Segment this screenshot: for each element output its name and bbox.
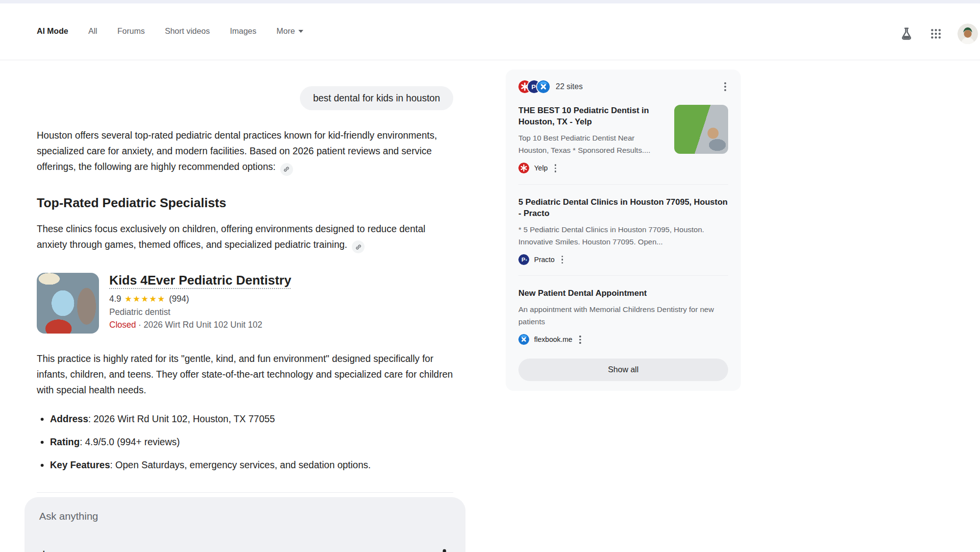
add-attachment-icon[interactable]: + <box>39 548 49 552</box>
tab-images[interactable]: Images <box>230 26 256 36</box>
svg-text:P: P <box>521 257 525 263</box>
header-actions <box>899 24 978 44</box>
sites-count-label: 22 sites <box>556 82 583 91</box>
tab-forums[interactable]: Forums <box>118 26 145 36</box>
citation-link-icon[interactable] <box>280 163 293 176</box>
show-all-button[interactable]: Show all <box>518 359 728 381</box>
card-more-options-icon[interactable] <box>553 162 559 174</box>
tab-all[interactable]: All <box>88 26 97 36</box>
citation-link-icon[interactable] <box>352 240 365 253</box>
source-site-name: Practo <box>534 256 555 264</box>
user-query-bubble[interactable]: best dental for kids in houston <box>300 86 453 110</box>
source-title[interactable]: THE BEST 10 Pediatric Dentist in Houston… <box>518 105 666 127</box>
place-status-row: Closed · 2026 Wirt Rd Unit 102 Unit 102 <box>109 320 291 330</box>
bullet-text: : 4.9/5.0 (994+ reviews) <box>80 436 180 447</box>
card-divider <box>518 275 728 276</box>
tab-more-label: More <box>276 26 295 36</box>
tab-more[interactable]: More <box>276 26 303 36</box>
source-thumbnail[interactable] <box>674 105 728 154</box>
google-apps-grid-icon[interactable] <box>928 26 944 42</box>
sources-panel: P 22 sites THE BEST 10 Pediatric Dentist… <box>506 70 741 391</box>
answer-intro-text: Houston offers several top-rated pediatr… <box>37 130 437 172</box>
place-category: Pediatric dentist <box>109 307 291 317</box>
flexbook-favicon-icon <box>537 80 550 93</box>
chevron-down-icon <box>298 30 303 33</box>
section-intro-paragraph: These clinics focus exclusively on child… <box>37 221 453 254</box>
source-title[interactable]: New Patient Dental Appointment <box>518 288 728 299</box>
bullet-label: Rating <box>50 436 80 447</box>
place-description-paragraph: This practice is highly rated for its "g… <box>37 351 453 398</box>
browser-top-strip <box>0 0 980 3</box>
yelp-favicon-icon <box>518 163 529 173</box>
ai-answer-column: best dental for kids in houston Houston … <box>37 60 453 552</box>
source-snippet: Top 10 Best Pediatric Dentist Near Houst… <box>518 132 666 156</box>
review-count: (994) <box>169 294 189 304</box>
source-snippet: * 5 Pediatric Dental Clinics in Houston … <box>518 223 728 248</box>
place-feature-list: Address: 2026 Wirt Rd Unit 102, Houston,… <box>37 411 453 473</box>
section-intro-text: These clinics focus exclusively on child… <box>37 223 425 250</box>
practo-favicon-icon: P <box>518 254 529 265</box>
source-attribution-row: P Practo <box>518 254 728 266</box>
source-attribution-row: Yelp <box>518 162 728 174</box>
place-info: Kids 4Ever Pediatric Dentistry 4.9 ★★★★★… <box>109 273 291 334</box>
source-site-name: Yelp <box>534 164 548 172</box>
panel-more-options-icon[interactable] <box>722 80 728 93</box>
status-badge: Closed <box>109 320 136 330</box>
composer-toolbar: + <box>39 548 451 552</box>
place-card: Kids 4Ever Pediatric Dentistry 4.9 ★★★★★… <box>37 273 453 334</box>
bullet-label: Address <box>50 413 88 424</box>
source-favicon-stack: P <box>518 80 550 93</box>
section-heading: Top-Rated Pediatric Specialists <box>37 195 453 211</box>
list-item: Rating: 4.9/5.0 (994+ reviews) <box>50 434 453 450</box>
source-snippet: An appointment with Memorial Childrens D… <box>518 303 728 328</box>
place-name-link[interactable]: Kids 4Ever Pediatric Dentistry <box>109 273 291 288</box>
content-divider <box>37 492 453 493</box>
user-query-row: best dental for kids in houston <box>37 86 453 110</box>
rating-value: 4.9 <box>109 294 121 304</box>
microphone-icon[interactable] <box>438 548 451 552</box>
ask-anything-placeholder: Ask anything <box>39 510 98 522</box>
labs-flask-icon[interactable] <box>899 26 914 42</box>
source-card-practo[interactable]: 5 Pediatric Dental Clinics in Houston 77… <box>518 196 728 266</box>
profile-avatar[interactable] <box>957 24 978 44</box>
place-photo[interactable] <box>37 273 99 334</box>
place-rating-row: 4.9 ★★★★★ (994) <box>109 294 291 304</box>
place-address: 2026 Wirt Rd Unit 102 Unit 102 <box>144 320 262 330</box>
flexbook-favicon-icon <box>518 334 529 345</box>
svg-text:P: P <box>531 83 536 91</box>
source-site-name: flexbook.me <box>534 336 572 343</box>
bullet-text: : 2026 Wirt Rd Unit 102, Houston, TX 770… <box>88 413 275 424</box>
card-more-options-icon[interactable] <box>560 254 565 266</box>
source-title[interactable]: 5 Pediatric Dental Clinics in Houston 77… <box>518 196 728 219</box>
source-card-yelp[interactable]: THE BEST 10 Pediatric Dentist in Houston… <box>518 105 728 174</box>
ask-anything-input[interactable]: Ask anything + <box>24 497 466 552</box>
tab-short-videos[interactable]: Short videos <box>165 26 210 36</box>
list-item: Address: 2026 Wirt Rd Unit 102, Houston,… <box>50 411 453 427</box>
status-separator: · <box>138 320 141 330</box>
answer-intro-paragraph: Houston offers several top-rated pediatr… <box>37 127 453 176</box>
bullet-label: Key Features <box>50 459 110 470</box>
bullet-text: : Open Saturdays, emergency services, an… <box>110 459 370 470</box>
card-divider <box>518 184 728 185</box>
source-attribution-row: flexbook.me <box>518 334 728 346</box>
search-nav-tabs: AI Mode All Forums Short videos Images M… <box>37 26 303 36</box>
tab-ai-mode[interactable]: AI Mode <box>37 26 68 36</box>
sources-header: P 22 sites <box>518 80 728 93</box>
list-item: Key Features: Open Saturdays, emergency … <box>50 457 453 473</box>
card-more-options-icon[interactable] <box>577 334 583 346</box>
star-rating-icons: ★★★★★ <box>124 294 166 304</box>
source-card-flexbook[interactable]: New Patient Dental Appointment An appoin… <box>518 288 728 346</box>
